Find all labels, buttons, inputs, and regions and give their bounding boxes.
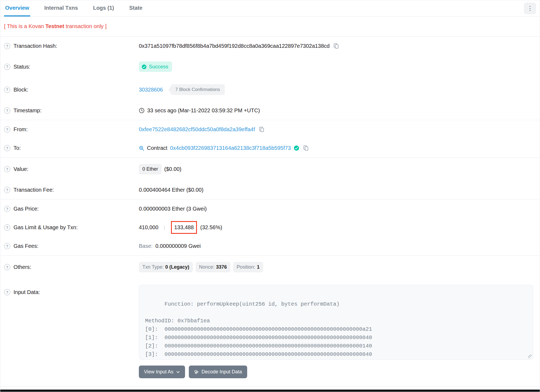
txn-type-value: 0 (Legacy) xyxy=(165,264,189,270)
others-label: Others: xyxy=(14,264,31,270)
tab-bar: Overview Internal Txns Logs (1) State ⋮ xyxy=(0,0,540,17)
to-label: To: xyxy=(14,145,21,151)
help-icon[interactable]: ? xyxy=(4,243,10,249)
gas-fees-base-value: 0.000000009 Gwei xyxy=(155,243,201,249)
gas-used-value: 133,488 xyxy=(174,224,194,230)
to-address-link[interactable]: 0x4cb093f226983713164a62138c3f718a5b595f… xyxy=(170,145,291,151)
input-data-textarea[interactable]: Function: performUpkeep(uint256 id, byte… xyxy=(139,285,533,360)
resize-handle[interactable] xyxy=(528,354,532,358)
view-input-as-button[interactable]: View Input As xyxy=(139,366,185,378)
help-icon[interactable]: ? xyxy=(4,145,10,151)
help-icon[interactable]: ? xyxy=(4,289,10,295)
zoom-in-icon[interactable] xyxy=(139,146,144,151)
view-input-as-label: View Input As xyxy=(144,369,173,375)
tab-internal-txns[interactable]: Internal Txns xyxy=(43,0,79,16)
help-icon[interactable]: ? xyxy=(4,43,10,49)
tab-state[interactable]: State xyxy=(128,0,143,16)
to-contract-prefix: Contract xyxy=(147,145,167,151)
help-icon[interactable]: ? xyxy=(4,87,10,93)
txn-type-badge: Txn Type: 0 (Legacy) xyxy=(139,262,193,272)
testnet-notice: [ This is a Kovan Testnet transaction on… xyxy=(0,17,540,36)
tab-overview[interactable]: Overview xyxy=(4,0,30,16)
help-icon[interactable]: ? xyxy=(4,64,10,70)
copy-icon[interactable] xyxy=(333,43,339,49)
block-label: Block: xyxy=(14,87,28,93)
block-confirmations-badge: 7 Block Confirmations xyxy=(168,84,225,95)
help-icon[interactable]: ? xyxy=(4,224,10,231)
row-input-data: ? Input Data: Function: performUpkeep(ui… xyxy=(0,279,540,360)
row-transaction-hash: ? Transaction Hash: 0x371a51097fb78df856… xyxy=(0,37,540,55)
row-value: ? Value: 0 Ether ($0.00) xyxy=(0,158,540,181)
decode-input-data-label: Decode Input Data xyxy=(202,369,242,375)
row-gas-fees: ? Gas Fees: Base: 0.000000009 Gwei xyxy=(0,237,540,255)
position-badge: Position: 1 xyxy=(233,262,263,272)
tx-fee-value: 0.000400464 Ether ($0.00) xyxy=(139,187,203,193)
position-label: Position: xyxy=(237,264,255,270)
status-label: Status: xyxy=(14,64,30,70)
tab-logs[interactable]: Logs (1) xyxy=(92,0,115,16)
row-status: ? Status: Success xyxy=(0,55,540,78)
position-value: 1 xyxy=(257,264,260,270)
row-transaction-fee: ? Transaction Fee: 0.000400464 Ether ($0… xyxy=(0,181,540,199)
notice-prefix: [ This is a Kovan xyxy=(4,23,45,29)
row-to: ? To: Contract 0x4cb093f226983713164a621… xyxy=(0,139,540,157)
value-label: Value: xyxy=(14,166,28,172)
row-others: ? Others: Txn Type: 0 (Legacy) Nonce: 33… xyxy=(0,256,540,279)
decode-puzzle-icon xyxy=(194,370,199,374)
copy-icon[interactable] xyxy=(259,127,264,132)
value-amount: 0 Ether xyxy=(142,166,158,172)
bottom-bar xyxy=(0,390,540,392)
row-gas-price: ? Gas Price: 0.000000003 Ether (3 Gwei) xyxy=(0,200,540,218)
nonce-label: Nonce: xyxy=(199,264,214,270)
from-label: From: xyxy=(14,126,28,133)
decode-input-data-button[interactable]: Decode Input Data xyxy=(189,366,247,378)
row-from: ? From: 0xfee7522e8482682cf50ddc50a0f8da… xyxy=(0,120,540,139)
clock-icon xyxy=(139,108,145,113)
row-timestamp: ? Timestamp: 33 secs ago (Mar-11-2022 03… xyxy=(0,101,540,120)
status-badge: Success xyxy=(139,62,172,72)
gas-price-label: Gas Price: xyxy=(14,206,39,212)
tx-hash-label: Transaction Hash: xyxy=(14,43,57,49)
copy-icon[interactable] xyxy=(303,145,309,151)
kebab-icon: ⋮ xyxy=(527,5,533,12)
help-icon[interactable]: ? xyxy=(4,107,10,114)
help-icon[interactable]: ? xyxy=(4,187,10,193)
value-usd: ($0.00) xyxy=(164,166,181,172)
nonce-badge: Nonce: 3376 xyxy=(196,262,230,272)
verified-check-icon xyxy=(294,145,299,151)
tx-hash-value: 0x371a51097fb78df856f8b4a7bd459f192d8cc8… xyxy=(139,43,330,49)
input-data-text: Function: performUpkeep(uint256 id, byte… xyxy=(145,301,372,360)
check-circle-icon xyxy=(142,64,147,69)
gas-used-percent: (32.56%) xyxy=(200,224,222,231)
notice-suffix: transaction only ] xyxy=(64,23,107,29)
row-block: ? Block: 30328606 7 Block Confirmations xyxy=(0,78,540,101)
chevron-down-icon xyxy=(176,370,180,374)
notice-bold: Testnet xyxy=(45,23,64,29)
gas-fees-base-label: Base: xyxy=(139,243,153,249)
more-options-button[interactable]: ⋮ xyxy=(524,3,536,14)
timestamp-label: Timestamp: xyxy=(14,107,42,114)
input-data-actions: View Input As Decode Input Data xyxy=(0,360,540,386)
help-icon[interactable]: ? xyxy=(4,264,10,270)
block-number-link[interactable]: 30328606 xyxy=(139,87,163,93)
input-data-label: Input Data: xyxy=(14,289,40,295)
gas-limit-label: Gas Limit & Usage by Txn: xyxy=(14,224,78,231)
help-icon[interactable]: ? xyxy=(4,166,10,172)
gas-price-value: 0.000000003 Ether (3 Gwei) xyxy=(139,206,207,212)
help-icon[interactable]: ? xyxy=(4,126,10,133)
gas-fees-label: Gas Fees: xyxy=(14,243,38,249)
tx-fee-label: Transaction Fee: xyxy=(14,187,54,193)
txn-type-label: Txn Type: xyxy=(142,264,164,270)
annotation-highlight-box: 133,488 xyxy=(171,221,197,234)
pipe-separator: | xyxy=(161,225,168,230)
from-address-link[interactable]: 0xfee7522e8482682cf50ddc50a0f8da2a39effa… xyxy=(139,126,255,133)
gas-limit-value: 410,000 xyxy=(139,224,158,231)
value-badge: 0 Ether xyxy=(139,164,162,174)
status-value: Success xyxy=(149,64,168,70)
nonce-value: 3376 xyxy=(216,264,227,270)
row-gas-limit-usage: ? Gas Limit & Usage by Txn: 410,000 | 13… xyxy=(0,218,540,237)
timestamp-value: 33 secs ago (Mar-11-2022 03:59:32 PM +UT… xyxy=(147,107,260,114)
help-icon[interactable]: ? xyxy=(4,206,10,212)
